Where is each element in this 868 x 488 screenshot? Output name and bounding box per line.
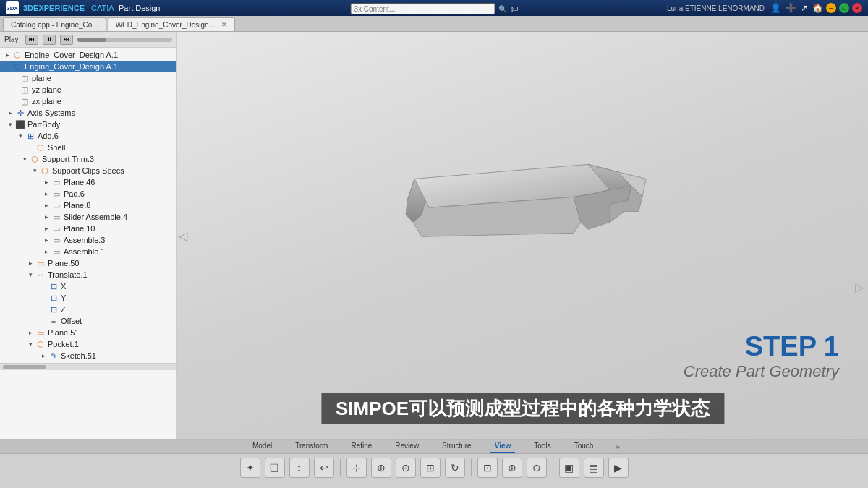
expander-icon: ▾: [26, 271, 35, 278]
tree-item-plane46[interactable]: ▸ ▭ Plane.46: [0, 176, 176, 188]
expander-icon: ▾: [26, 341, 35, 348]
expander-icon: ▸: [6, 109, 14, 116]
tree-item-support-trim3[interactable]: ▾ ⬡ Support Trim.3: [0, 153, 176, 165]
tree-label: Offset: [61, 317, 82, 325]
tree-item-plane51[interactable]: ▸ ▭ Plane.51: [0, 327, 176, 338]
tree-item-assemble3[interactable]: ▸ ▭ Assemble.3: [0, 234, 176, 246]
step-number: STEP 1: [684, 331, 839, 362]
move-button[interactable]: ↕: [289, 458, 310, 478]
tree-item-offset[interactable]: ≡ Offset: [0, 315, 176, 327]
tree-item-add6[interactable]: ▾ ⊞ Add.6: [0, 130, 176, 142]
zoom-out-button[interactable]: ⊖: [527, 458, 547, 478]
tree-label: Y: [61, 294, 66, 302]
tree-label: X: [61, 282, 66, 291]
display-mode-button[interactable]: ▤: [584, 458, 604, 478]
view-mode-button[interactable]: ▣: [559, 458, 579, 478]
tree-item-engine-cover-active[interactable]: ⬡ Engine_Cover_Design A.1: [0, 61, 176, 72]
tab-model[interactable]: Model: [248, 440, 276, 453]
play-controls: Play ⏮ ⏸ ⏭: [0, 32, 176, 48]
tree-label: Plane.51: [48, 328, 79, 337]
search-input[interactable]: [351, 3, 495, 14]
copy-button[interactable]: ❑: [265, 458, 285, 478]
tab-review[interactable]: Review: [391, 440, 423, 453]
tab-transform[interactable]: Transform: [291, 440, 332, 453]
tree-item-x[interactable]: ⊡ X: [0, 281, 176, 292]
tree-label: yz plane: [32, 85, 61, 94]
tree-item-yz-plane[interactable]: ◫ yz plane: [0, 84, 176, 95]
expander-icon: ▾: [16, 132, 25, 140]
expander-icon: ▸: [39, 352, 48, 359]
tree-item-plane10[interactable]: ▸ ▭ Plane.10: [0, 223, 176, 234]
tree-item-z[interactable]: ⊡ Z: [0, 304, 176, 315]
tab-structure[interactable]: Structure: [438, 440, 476, 453]
tab-0[interactable]: Catalog app - Engine_Co...: [3, 17, 106, 31]
tree-item-pocket1[interactable]: ▾ ⬡ Pocket.1: [0, 338, 176, 350]
tree-label: plane: [32, 74, 51, 82]
subtitle-text: SIMPOE可以预测成型过程中的各种力学状态: [321, 393, 724, 424]
tree-item-sketch51[interactable]: ▸ ✎ Sketch.51: [0, 350, 176, 361]
close-button[interactable]: ×: [852, 3, 862, 13]
right-arrow-icon: ▷: [855, 281, 864, 294]
play-pause-button[interactable]: ⏸: [43, 35, 56, 45]
tree-item-plane[interactable]: ◫ plane: [0, 72, 176, 84]
titlebar: 3DX 3DEXPERIENCE | CATIA Part Design 🔍 🏷…: [0, 0, 868, 16]
xyz-icon: ⊡: [48, 304, 59, 314]
toolbar-icons: ✦ ❑ ↕ ↩ ⊹ ⊕ ⊙ ⊞ ↻ ⊡ ⊕ ⊖ ▣ ▤ ▶: [0, 454, 868, 481]
tree-label: PartBody: [27, 120, 60, 129]
tab-touch[interactable]: Touch: [570, 440, 598, 453]
assemble-icon: ▭: [51, 235, 62, 245]
pivot-button[interactable]: ⊕: [371, 458, 391, 478]
tree-label: Engine_Cover_Design A.1: [25, 62, 118, 71]
compass-button[interactable]: ⊙: [396, 458, 416, 478]
tree-item-partbody[interactable]: ▾ ⬛ PartBody: [0, 119, 176, 130]
tree-scrollbar[interactable]: [0, 363, 176, 370]
sketch-icon: ✎: [48, 351, 59, 361]
app-title: 3DEXPERIENCE | CATIA Part Design: [23, 4, 667, 12]
expander-icon: ▸: [42, 213, 51, 221]
snap-button[interactable]: ⊹: [346, 458, 367, 478]
more-views-button[interactable]: ▶: [608, 458, 629, 478]
tree-item-translate1[interactable]: ▾ ↔ Translate.1: [0, 269, 176, 281]
tab-1[interactable]: WED_Engine_Cover_Design.... ✕: [108, 17, 235, 31]
tree-label: Sketch.51: [61, 351, 96, 360]
expander-icon: ▾: [6, 121, 14, 128]
tree-item-y[interactable]: ⊡ Y: [0, 292, 176, 304]
toolbar-more[interactable]: »: [615, 442, 620, 452]
zoom-in-button[interactable]: ⊕: [502, 458, 522, 478]
play-next-button[interactable]: ⏭: [60, 35, 73, 45]
tree-item-pad6[interactable]: ▸ ▭ Pad.6: [0, 188, 176, 200]
tab-view[interactable]: View: [490, 440, 516, 453]
minimize-button[interactable]: ─: [826, 3, 836, 13]
undo-button[interactable]: ↩: [314, 458, 334, 478]
tree-item-support-clips[interactable]: ▾ ⬡ Support Clips Specs: [0, 165, 176, 176]
expander-icon: ▸: [42, 190, 51, 197]
tree-item-zx-plane[interactable]: ◫ zx plane: [0, 95, 176, 107]
expander-icon: ▸: [42, 225, 51, 232]
tree-item-plane8[interactable]: ▸ ▭ Plane.8: [0, 200, 176, 211]
tree-item-engine-cover-collapsed[interactable]: ▸ ⬡ Engine_Cover_Design A.1: [0, 49, 176, 61]
left-panel: Play ⏮ ⏸ ⏭ ▸ ⬡ Engine_Cover_Design A.1 ⬡: [0, 32, 177, 439]
tree-item-axis-systems[interactable]: ▸ ✛ Axis Systems: [0, 107, 176, 119]
body-icon: ⬛: [14, 119, 26, 129]
tab-tools[interactable]: Tools: [529, 440, 555, 453]
3d-viewport[interactable]: ◁: [177, 32, 868, 439]
tab-refine[interactable]: Refine: [346, 440, 376, 453]
play-prev-button[interactable]: ⏮: [25, 35, 38, 45]
tree-label: Plane.8: [64, 201, 90, 210]
tree-item-plane50[interactable]: ▸ ▭ Plane.50: [0, 257, 176, 269]
tree-item-slider-assemble4[interactable]: ▸ ▭ Slider Assemble.4: [0, 211, 176, 223]
tree-item-shell[interactable]: ⬡ Shell: [0, 142, 176, 153]
scrollbar-thumb[interactable]: [3, 365, 46, 369]
maximize-button[interactable]: □: [839, 3, 849, 13]
play-slider[interactable]: [77, 38, 172, 42]
tree-item-assemble1[interactable]: ▸ ▭ Assemble.1: [0, 246, 176, 257]
rotate-button[interactable]: ↻: [445, 458, 465, 478]
expander-icon: ▾: [20, 155, 29, 163]
zoom-fit-button[interactable]: ⊡: [477, 458, 498, 478]
main-layout: Play ⏮ ⏸ ⏭ ▸ ⬡ Engine_Cover_Design A.1 ⬡: [0, 32, 868, 439]
select-tool-button[interactable]: ✦: [240, 458, 260, 478]
tab-1-close[interactable]: ✕: [221, 21, 227, 28]
part-icon: ⬡: [12, 50, 23, 60]
align-button[interactable]: ⊞: [420, 458, 441, 478]
plane-icon: ▭: [51, 223, 62, 234]
